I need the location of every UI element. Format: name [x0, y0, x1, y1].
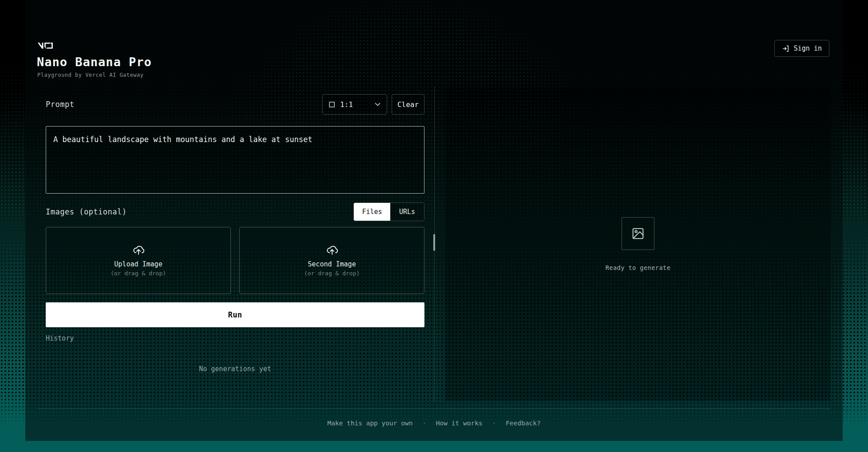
- history-label: History: [46, 334, 74, 342]
- v0-logo-icon: [37, 41, 54, 51]
- prompt-label: Prompt: [46, 100, 74, 109]
- footer-link-make-your-own[interactable]: Make this app your own: [327, 420, 412, 427]
- run-button[interactable]: Run: [46, 302, 424, 327]
- login-arrow-icon: [782, 45, 789, 52]
- output-placeholder-frame: [622, 217, 654, 250]
- sign-in-label: Sign in: [794, 44, 822, 52]
- history-empty-message: No generations yet: [46, 365, 424, 373]
- tab-urls[interactable]: URLs: [390, 203, 424, 221]
- cloud-upload-icon: [132, 244, 145, 257]
- tab-files[interactable]: Files: [354, 203, 390, 221]
- panel-resize-handle[interactable]: [433, 234, 435, 251]
- prompt-header-row: Prompt 1:1 Clear: [46, 94, 424, 115]
- square-icon: [329, 102, 335, 107]
- aspect-ratio-value: 1:1: [340, 100, 353, 109]
- upload-hint: (or drag & drop): [304, 270, 360, 277]
- app-container: Nano Banana Pro Playground by Vercel AI …: [25, 0, 843, 441]
- upload-title: Upload Image: [114, 260, 162, 268]
- footer-link-how-it-works[interactable]: How it works: [436, 420, 483, 427]
- image-icon: [631, 226, 645, 241]
- images-header-row: Images (optional) Files URLs: [46, 202, 424, 221]
- footer-separator: ·: [492, 420, 496, 427]
- image-source-toggle: Files URLs: [353, 202, 424, 221]
- images-label: Images (optional): [46, 207, 127, 216]
- clear-button[interactable]: Clear: [392, 94, 424, 115]
- upload-image-dropzone[interactable]: Upload Image (or drag & drop): [46, 227, 231, 294]
- page-subtitle: Playground by Vercel AI Gateway: [37, 72, 143, 78]
- output-status-text: Ready to generate: [606, 264, 671, 271]
- footer-link-feedback[interactable]: Feedback?: [506, 420, 541, 427]
- sign-in-button[interactable]: Sign in: [774, 40, 829, 57]
- upload-boxes-row: Upload Image (or drag & drop) Second Ima…: [46, 227, 424, 294]
- app-page: Nano Banana Pro Playground by Vercel AI …: [0, 0, 868, 452]
- second-image-dropzone[interactable]: Second Image (or drag & drop): [239, 227, 424, 294]
- upload-title: Second Image: [308, 260, 356, 268]
- footer-separator: ·: [422, 420, 426, 427]
- page-title: Nano Banana Pro: [37, 55, 152, 69]
- footer-links: Make this app your own · How it works · …: [25, 420, 843, 427]
- footer-divider: [37, 408, 831, 409]
- cloud-upload-icon: [326, 244, 338, 257]
- prompt-input[interactable]: A beautiful landscape with mountains and…: [46, 126, 424, 194]
- upload-hint: (or drag & drop): [111, 270, 166, 277]
- aspect-ratio-select[interactable]: 1:1: [322, 94, 387, 115]
- chevron-down-icon: [375, 103, 380, 106]
- output-panel: Ready to generate: [445, 87, 831, 401]
